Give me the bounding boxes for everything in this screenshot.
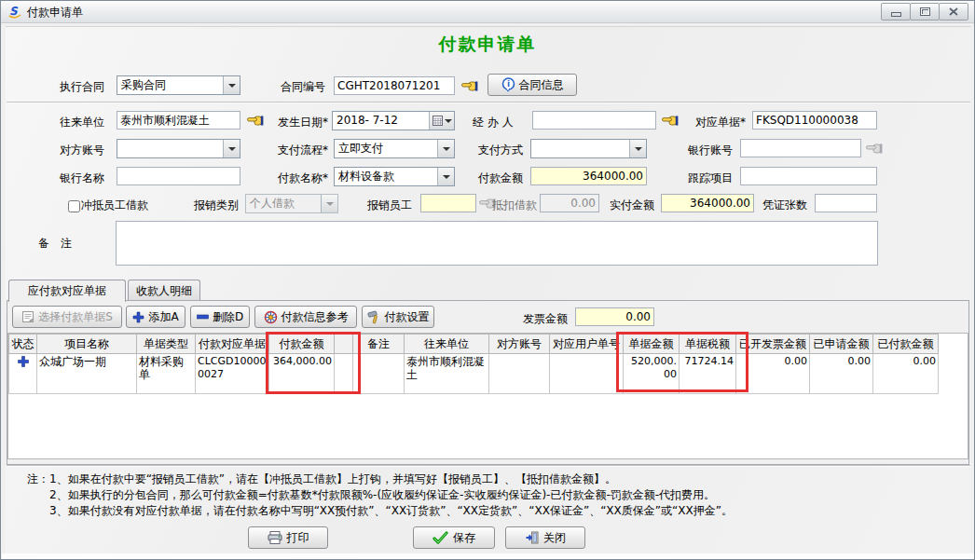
pay-name-dropdown-button[interactable]	[437, 168, 454, 185]
pay-name-select[interactable]: 材料设备款	[334, 167, 455, 186]
exec-contract-select[interactable]: 采购合同	[117, 75, 240, 95]
vendor-lookup-hand-icon[interactable]	[247, 113, 264, 126]
date-label: 发生日期*	[278, 113, 328, 131]
chevron-down-icon	[443, 147, 450, 151]
chevron-down-icon	[326, 202, 334, 206]
bank-name-input[interactable]	[117, 167, 240, 185]
expense-category-select: 个人借款	[245, 194, 338, 213]
footnotes: 注：1、如果在付款中要“报销员工借款”，请在【冲抵员工借款】上打钩，并填写好【报…	[27, 471, 733, 519]
cell-project-name: 众城广场一期	[37, 354, 137, 394]
footnote-line2: 2、如果执行的分包合同，那么可付款金额=付款基数*付款限额%-(应收履约保证金-…	[27, 487, 733, 503]
bank-account-input[interactable]	[740, 139, 861, 157]
pay-method-label: 支付方式	[478, 141, 523, 159]
separator	[7, 102, 970, 103]
deduct-loan-label: 抵扣借款	[492, 196, 537, 214]
pay-flow-select[interactable]: 立即支付	[334, 139, 455, 158]
counter-account-value	[117, 140, 223, 157]
payable-docs-table: 状态 项目名称 单据类型 付款对应单据 付款金额 备注 往来单位 对方账号 对应…	[8, 334, 939, 394]
vendor-input[interactable]	[117, 111, 240, 130]
check-icon	[433, 531, 448, 544]
related-doc-input[interactable]	[752, 111, 877, 130]
add-button[interactable]: 添加A	[126, 306, 185, 328]
exec-contract-label: 执行合同	[60, 77, 104, 96]
expense-category-value: 个人借款	[246, 195, 321, 212]
cell-related-pay-doc: CLCGD100000027	[196, 354, 269, 394]
pay-amount-label: 付款金额	[478, 169, 523, 187]
exit-door-icon	[525, 531, 539, 544]
table-row[interactable]: 众城广场一期 材料采购单 CLCGD100000027 364,000.00 泰…	[9, 354, 939, 394]
expense-employee-input[interactable]	[420, 194, 476, 212]
row-status-cell	[9, 354, 37, 394]
voucher-count-input[interactable]	[815, 194, 877, 212]
pay-flow-dropdown-button[interactable]	[437, 140, 454, 157]
save-button[interactable]: 保存	[413, 526, 495, 549]
close-icon	[949, 7, 958, 16]
footnote-line3: 3、如果付款没有对应付款单据，请在付款名称中写明“XX预付款”、“XX订货款”、…	[27, 503, 733, 519]
minimize-button[interactable]	[881, 3, 911, 20]
actual-pay-input[interactable]	[661, 194, 754, 212]
exec-contract-value: 采购合同	[117, 76, 223, 94]
app-window: S 付款申请单 付款申请单 执行合同 采购合同 合同编号 i 合同信息 往来单位…	[0, 0, 975, 560]
notepad-icon	[21, 310, 34, 323]
track-project-input[interactable]	[740, 167, 877, 185]
payment-info-ref-button[interactable]: 付款信息参考	[254, 306, 357, 328]
tab-payable-docs[interactable]: 应付款对应单据	[8, 280, 126, 302]
delete-button[interactable]: 删除D	[190, 306, 250, 328]
contract-no-input[interactable]	[334, 76, 455, 95]
track-project-label: 跟踪项目	[688, 169, 733, 187]
pay-name-label: 付款名称*	[278, 169, 328, 187]
bottom-strip	[2, 553, 975, 560]
contract-info-button[interactable]: i 合同信息	[488, 74, 577, 96]
select-payment-doc-button: 选择付款单据S	[12, 306, 122, 328]
pay-flow-label: 支付流程*	[278, 141, 328, 159]
col-project-name: 项目名称	[37, 335, 137, 354]
payment-settings-label: 付款设置	[385, 309, 430, 325]
pay-method-dropdown-button[interactable]	[629, 140, 646, 157]
maximize-button[interactable]	[910, 3, 940, 20]
print-label: 打印	[287, 530, 309, 546]
row-status-add-icon	[17, 355, 30, 368]
remark-label: 备 注	[38, 234, 72, 253]
select-payment-doc-label: 选择付款单据S	[38, 309, 113, 325]
close-button[interactable]	[939, 3, 968, 20]
offset-loan-checkbox[interactable]	[68, 200, 80, 212]
window-title: 付款申请单	[27, 5, 83, 20]
contract-lookup-hand-icon[interactable]	[461, 78, 478, 91]
cell-user-doc-no	[550, 354, 624, 394]
counter-account-select[interactable]	[117, 139, 240, 158]
counter-account-dropdown-button[interactable]	[223, 140, 240, 157]
date-picker[interactable]: 2018- 7-12	[332, 111, 455, 130]
save-label: 保存	[453, 530, 475, 546]
minus-icon	[197, 314, 209, 320]
separator	[7, 465, 970, 467]
print-button[interactable]: 打印	[248, 526, 328, 549]
annotation-box-pay-amount	[266, 332, 361, 394]
payment-settings-button[interactable]: 付款设置	[362, 306, 434, 328]
contract-no-label: 合同编号	[281, 77, 325, 96]
col-paid-amount: 已付款金额	[873, 335, 939, 354]
voucher-count-label: 凭证张数	[762, 196, 807, 214]
date-value: 2018- 7-12	[333, 112, 429, 130]
col-user-doc-no: 对应用户单号	[550, 335, 624, 354]
tab-payee-details[interactable]: 收款人明细	[128, 280, 200, 301]
handler-label: 经 办 人	[473, 113, 514, 131]
date-dropdown-button[interactable]	[429, 112, 454, 130]
pay-method-select[interactable]	[530, 139, 647, 158]
invoice-amount-input[interactable]	[575, 307, 654, 326]
pay-amount-input[interactable]	[530, 167, 647, 185]
remark-textarea[interactable]	[116, 221, 878, 266]
expense-employee-label: 报销员工	[367, 196, 412, 214]
cell-counter-account	[489, 354, 550, 394]
chevron-down-icon	[228, 147, 236, 151]
cell-paid-amount: 0.00	[873, 354, 939, 394]
titlebar: S 付款申请单	[1, 1, 974, 23]
exec-contract-dropdown-button[interactable]	[223, 76, 240, 94]
col-status: 状态	[9, 335, 37, 354]
close-form-button[interactable]: 关闭	[505, 526, 585, 549]
handler-lookup-hand-icon[interactable]	[662, 113, 679, 126]
bank-account-lookup-hand-icon	[866, 141, 883, 154]
calendar-icon	[433, 116, 443, 126]
handler-input[interactable]	[532, 111, 656, 130]
expense-category-label: 报销类别	[194, 196, 239, 214]
minimize-icon	[891, 12, 901, 17]
